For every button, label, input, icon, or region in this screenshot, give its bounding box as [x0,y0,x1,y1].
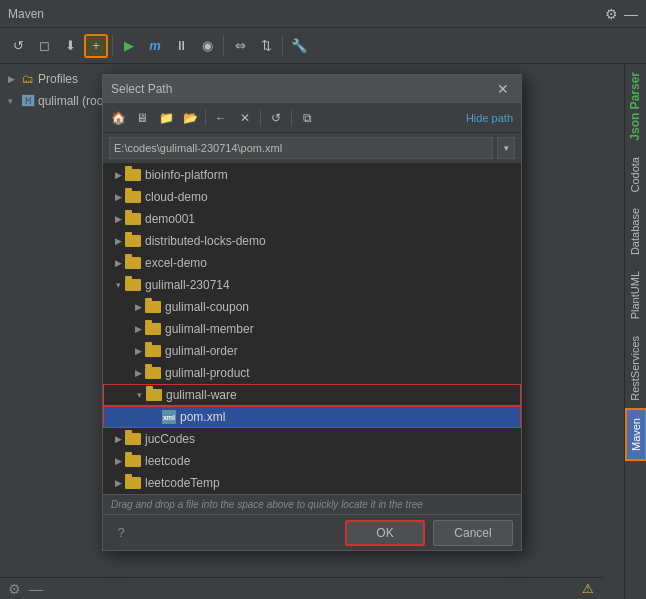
tab-json-label: Json Parser [628,72,642,141]
tree-item-pom[interactable]: xml pom.xml [103,406,521,428]
label-cloud: cloud-demo [145,190,208,204]
tab-codota-label: Codota [629,157,641,192]
download-button[interactable]: ⬇ [58,34,82,58]
ok-button[interactable]: OK [345,520,425,546]
arrow-ware: ▾ [132,390,146,400]
right-panel-tabs: Json Parser Codota Database PlantUML Res… [624,64,646,599]
tree-item-order[interactable]: ▶ gulimall-order [103,340,521,362]
maven-button[interactable]: m [143,34,167,58]
arrow-coupon: ▶ [131,302,145,312]
tab-codota[interactable]: Codota [626,149,646,200]
tab-restservices[interactable]: RestServices [626,328,646,409]
refresh-dialog-button[interactable]: ↺ [265,107,287,129]
drag-hint-text: Drag and drop a file into the space abov… [111,499,423,510]
run-button[interactable]: ▶ [117,34,141,58]
path-dropdown[interactable]: ▾ [497,137,515,159]
desktop-button[interactable]: 🖥 [131,107,153,129]
dialog-close-button[interactable]: ✕ [493,79,513,99]
label-distributed: distributed-locks-demo [145,234,266,248]
label-member: gulimall-member [165,322,254,336]
copy-button[interactable]: ⧉ [296,107,318,129]
arrow-leetcode: ▶ [111,456,125,466]
tree-item-ware[interactable]: ▾ gulimall-ware [103,384,521,406]
status-minimize-icon[interactable]: — [29,581,43,597]
arrow-demo001: ▶ [111,214,125,224]
hide-path-button[interactable]: Hide path [462,110,517,126]
tree-item-leetcodetemp[interactable]: ▶ leetcodeTemp [103,472,521,494]
tab-plantuml-label: PlantUML [629,271,641,319]
tab-database[interactable]: Database [626,200,646,263]
label-ware: gulimall-ware [166,388,237,402]
label-demo001: demo001 [145,212,195,226]
refresh-button[interactable]: ↺ [6,34,30,58]
folder-button[interactable]: 📁 [155,107,177,129]
tree-item-bioinfo[interactable]: ▶ bioinfo-platform [103,164,521,186]
add-button[interactable]: + [84,34,108,58]
folder-ware [146,389,162,401]
arrow-leetcodetemp: ▶ [111,478,125,488]
tree-item-member[interactable]: ▶ gulimall-member [103,318,521,340]
label-pom: pom.xml [180,410,225,424]
tree-item-coupon[interactable]: ▶ gulimall-coupon [103,296,521,318]
folder-juc [125,433,141,445]
label-gulimall: gulimall-230714 [145,278,230,292]
folder-demo001 [125,213,141,225]
tree-item-excel[interactable]: ▶ excel-demo [103,252,521,274]
separator-1 [112,36,113,56]
tree-item-product[interactable]: ▶ gulimall-product [103,362,521,384]
tab-maven-label: Maven [630,418,642,451]
status-settings-icon[interactable]: ⚙ [8,581,21,597]
lifecycle-button[interactable]: ◉ [195,34,219,58]
tab-maven[interactable]: Maven [625,408,647,461]
tree-item-gulimall[interactable]: ▾ gulimall-230714 [103,274,521,296]
folder-order [145,345,161,357]
sort-button[interactable]: ⇅ [254,34,278,58]
settings-icon[interactable]: ⚙ [605,6,618,22]
back-button[interactable]: ← [210,107,232,129]
toolbar-sep-2 [260,110,261,126]
minimize-icon[interactable]: — [624,6,638,22]
dialog-title: Select Path [111,82,493,96]
folder-gulimall [125,279,141,291]
arrow-member: ▶ [131,324,145,334]
path-bar: ▾ [103,133,521,164]
pom-icon: xml [162,410,176,424]
tree-item-leetcode[interactable]: ▶ leetcode [103,450,521,472]
label-order: gulimall-order [165,344,238,358]
delete-button[interactable]: ✕ [234,107,256,129]
folder-leetcodetemp [125,477,141,489]
small-folder-button[interactable]: 📂 [179,107,201,129]
ok-label: OK [376,526,393,540]
window-controls: ⚙ — [605,6,638,22]
dialog-bottom: ? OK Cancel [103,514,521,550]
tree-item-cloud[interactable]: ▶ cloud-demo [103,186,521,208]
tab-json-parser[interactable]: Json Parser [625,64,647,149]
status-right: ⚠ [582,581,594,596]
arrow-cloud: ▶ [111,192,125,202]
arrow-gulimall: ▾ [111,280,125,290]
label-leetcodetemp: leetcodeTemp [145,476,220,490]
toolbar-sep-1 [205,110,206,126]
cancel-label: Cancel [454,526,491,540]
pause-button[interactable]: ⏸ [169,34,193,58]
folder-product [145,367,161,379]
label-leetcode: leetcode [145,454,190,468]
label-coupon: gulimall-coupon [165,300,249,314]
folder-bioinfo [125,169,141,181]
tree-item-demo001[interactable]: ▶ demo001 [103,208,521,230]
file-tree[interactable]: ▶ bioinfo-platform ▶ cloud-demo ▶ demo00… [103,164,521,494]
tab-plantuml[interactable]: PlantUML [626,263,646,327]
cancel-button[interactable]: Cancel [433,520,513,546]
dialog-toolbar: 🏠 🖥 📁 📂 ← ✕ ↺ ⧉ Hide path [103,103,521,133]
folder-coupon [145,301,161,313]
folder-distributed [125,235,141,247]
home-button[interactable]: 🏠 [107,107,129,129]
tree-item-distributed[interactable]: ▶ distributed-locks-demo [103,230,521,252]
stop-button[interactable]: ◻ [32,34,56,58]
title-bar: Maven ⚙ — [0,0,646,28]
path-input[interactable] [109,137,493,159]
settings-toolbar-button[interactable]: 🔧 [287,34,311,58]
tree-item-juc[interactable]: ▶ jucCodes [103,428,521,450]
expand-button[interactable]: ⇔ [228,34,252,58]
help-button[interactable]: ? [117,525,124,540]
